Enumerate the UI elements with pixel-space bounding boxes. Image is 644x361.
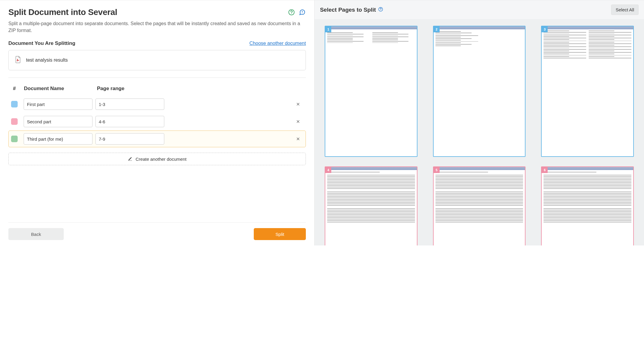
page-thumbnail[interactable]: 3 <box>541 26 634 157</box>
pdf-icon <box>15 56 21 65</box>
page-number: 2 <box>434 26 440 32</box>
page-thumbnail[interactable]: 2 <box>433 26 526 157</box>
document-row <box>8 131 306 147</box>
document-name-input[interactable] <box>24 133 92 145</box>
remove-row-button[interactable] <box>293 134 303 144</box>
right-panel: Select Pages to Split Select All 1234567… <box>314 0 644 245</box>
svg-point-11 <box>380 10 381 10</box>
divider <box>8 78 306 78</box>
feedback-icon[interactable] <box>299 9 306 16</box>
page-thumbnail[interactable]: 5 <box>433 166 526 245</box>
close-icon <box>296 119 300 124</box>
select-pages-title: Select Pages to Split <box>320 7 376 13</box>
page-thumbnail[interactable]: 6 <box>541 166 634 245</box>
color-swatch <box>11 101 18 107</box>
page-range-input[interactable] <box>95 98 164 110</box>
page-range-input[interactable] <box>95 133 164 145</box>
page-number: 5 <box>434 167 440 173</box>
pages-grid: 123456789 <box>315 19 644 245</box>
help-icon[interactable] <box>288 9 295 16</box>
document-row <box>8 96 306 113</box>
split-button[interactable]: Split <box>254 228 306 240</box>
page-number: 4 <box>325 167 331 173</box>
choose-another-document-link[interactable]: Choose another document <box>250 41 306 46</box>
close-icon <box>296 137 300 141</box>
page-title: Split Document into Several <box>8 7 284 17</box>
page-number: 1 <box>325 26 331 32</box>
left-panel: Split Document into Several Split a mult… <box>0 0 314 245</box>
page-thumbnail[interactable]: 4 <box>325 166 417 245</box>
svg-point-3 <box>302 13 303 13</box>
page-number: 3 <box>542 26 548 32</box>
close-icon <box>296 102 300 106</box>
page-description: Split a multiple-page document into sepa… <box>8 20 306 34</box>
document-rows <box>8 96 306 147</box>
column-number-header: # <box>11 86 18 92</box>
document-name-input[interactable] <box>24 98 92 110</box>
right-header: Select Pages to Split Select All <box>315 0 644 19</box>
source-document-box: test analysis results <box>8 50 306 70</box>
table-header: # Document Name Page range <box>8 86 306 92</box>
pen-icon <box>128 156 133 162</box>
page-group: 456 <box>315 162 644 245</box>
page-range-input[interactable] <box>95 116 164 127</box>
page-number: 6 <box>542 167 548 173</box>
column-name-header: Document Name <box>24 86 94 92</box>
help-small-icon[interactable] <box>378 7 383 13</box>
create-another-label: Create another document <box>136 157 186 162</box>
create-another-document-button[interactable]: Create another document <box>8 153 306 165</box>
color-swatch <box>11 118 18 125</box>
back-button[interactable]: Back <box>8 228 64 240</box>
document-splitting-label: Document You Are Splitting <box>8 40 75 46</box>
footer: Back Split <box>8 222 306 245</box>
remove-row-button[interactable] <box>293 116 303 127</box>
color-swatch <box>11 136 18 142</box>
document-name-input[interactable] <box>24 116 92 127</box>
page-thumbnail[interactable]: 1 <box>325 26 417 157</box>
source-document-name: test analysis results <box>26 57 68 63</box>
document-row <box>8 113 306 130</box>
select-all-button[interactable]: Select All <box>611 4 639 15</box>
svg-point-1 <box>291 13 292 14</box>
page-group: 123 <box>315 21 644 162</box>
column-range-header: Page range <box>97 86 306 92</box>
remove-row-button[interactable] <box>293 99 303 109</box>
